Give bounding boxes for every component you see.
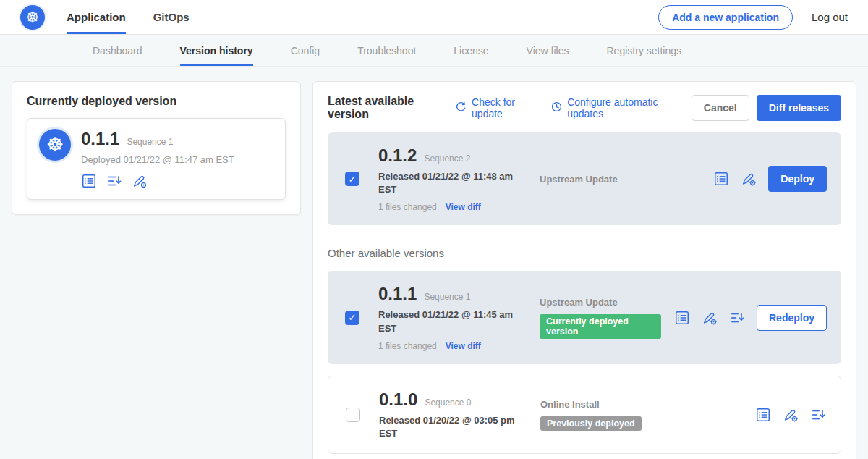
currently-deployed-panel: Currently deployed version ☸ 0.1.1 Seque… (12, 81, 301, 215)
deploy-button[interactable]: Deploy (768, 166, 827, 192)
version-sequence: Sequence 1 (424, 292, 470, 302)
files-changed: 1 files changed (378, 341, 437, 351)
deployed-panel-title: Currently deployed version (27, 95, 286, 108)
edit-config-icon[interactable] (702, 310, 718, 326)
deployed-date: Deployed 01/21/22 @ 11:47 am EST (81, 154, 234, 165)
version-checkbox[interactable] (346, 408, 360, 422)
check-for-update-link[interactable]: Check for update (455, 96, 536, 119)
version-sequence: Sequence 0 (425, 397, 471, 408)
k8s-wheel-glyph: ☸ (26, 9, 40, 26)
deployed-version-sequence: Sequence 1 (127, 137, 173, 147)
subnav-item-config[interactable]: Config (291, 35, 320, 66)
k8s-wheel-glyph: ☸ (46, 133, 64, 156)
version-row-0-1-2: ✓ 0.1.2 Sequence 2 Released 01/21/22 @ 1… (328, 132, 841, 225)
version-checkbox[interactable]: ✓ (345, 311, 359, 325)
tab-application-label: Application (67, 11, 126, 23)
other-versions-title: Other available versions (328, 247, 841, 259)
source-label: Online Install (540, 399, 742, 410)
subnav-item-license[interactable]: License (454, 35, 488, 66)
source-label: Upstream Update (540, 297, 661, 308)
currently-deployed-badge: Currently deployed version (540, 314, 661, 339)
kubernetes-logo-icon: ☸ (20, 5, 45, 30)
header-right: Add a new application Log out (658, 0, 848, 34)
app-icon: ☸ (39, 129, 71, 161)
diff-icon[interactable] (810, 407, 826, 423)
version-number: 0.1.0 (379, 389, 417, 410)
version-info: 0.1.2 Sequence 2 Released 01/21/22 @ 11:… (378, 146, 527, 212)
cancel-button[interactable]: Cancel (692, 95, 749, 121)
diff-icon[interactable] (106, 173, 122, 189)
deployed-version-number: 0.1.1 (81, 129, 119, 149)
latest-panel-title: Latest available version (328, 95, 441, 121)
view-diff-link[interactable]: View diff (446, 202, 481, 212)
release-notes-icon[interactable] (674, 310, 690, 326)
subnav-label: License (454, 45, 488, 56)
latest-header-actions: Cancel Diff releases (692, 95, 841, 121)
subnav-label: Dashboard (93, 45, 142, 56)
released-date: Released 01/21/22 @ 11:45 am EST (378, 308, 527, 334)
version-checkbox[interactable]: ✓ (345, 172, 359, 186)
version-sequence: Sequence 2 (424, 153, 470, 164)
subnav-label: Config (291, 45, 320, 56)
latest-header: Latest available version Check for updat… (328, 95, 841, 121)
version-row-0-1-1: ✓ 0.1.1 Sequence 1 Released 01/21/22 @ 1… (328, 271, 841, 363)
release-notes-icon[interactable] (81, 173, 97, 189)
version-info: 0.1.1 Sequence 1 Released 01/21/22 @ 11:… (378, 284, 527, 350)
edit-config-icon[interactable] (741, 171, 757, 187)
latest-version-panel: Latest available version Check for updat… (312, 81, 856, 459)
subnav-item-dashboard[interactable]: Dashboard (93, 35, 142, 66)
previously-deployed-badge: Previously deployed (540, 416, 642, 431)
edit-config-icon[interactable] (132, 173, 148, 189)
subnav-item-registry-settings[interactable]: Registry settings (606, 35, 681, 66)
tab-gitops[interactable]: GitOps (153, 0, 190, 34)
version-actions (755, 407, 826, 423)
deployed-version-card: ☸ 0.1.1 Sequence 1 Deployed 01/21/22 @ 1… (27, 118, 286, 200)
release-notes-icon[interactable] (755, 407, 771, 423)
view-diff-link[interactable]: View diff (446, 341, 481, 351)
refresh-icon (455, 101, 467, 115)
checkmark-icon: ✓ (349, 174, 357, 185)
configure-updates-label: Configure automatic updates (567, 96, 677, 119)
release-notes-icon[interactable] (713, 171, 729, 187)
tab-application[interactable]: Application (67, 0, 126, 34)
clock-icon (550, 101, 563, 115)
version-number: 0.1.2 (378, 146, 417, 166)
diff-releases-button[interactable]: Diff releases (757, 95, 841, 121)
files-changed: 1 files changed (378, 202, 437, 212)
subnav-label: Troubleshoot (357, 45, 416, 56)
diff-icon[interactable] (729, 310, 745, 326)
released-date: Released 01/21/22 @ 11:48 am EST (378, 170, 527, 196)
version-row-0-1-0: 0.1.0 Sequence 0 Released 01/20/22 @ 03:… (328, 376, 841, 454)
subnav-label: View files (527, 45, 569, 56)
subnav-item-version-history[interactable]: Version history (180, 35, 253, 66)
source-label: Upstream Update (540, 174, 700, 185)
redeploy-button[interactable]: Redeploy (757, 305, 827, 331)
check-for-update-label: Check for update (472, 96, 536, 119)
app-subnav: Dashboard Version history Config Trouble… (0, 35, 868, 67)
version-actions: Redeploy (674, 305, 827, 331)
edit-config-icon[interactable] (783, 407, 799, 423)
configure-updates-link[interactable]: Configure automatic updates (550, 96, 677, 119)
version-source: Online Install Previously deployed (540, 399, 742, 431)
version-source: Upstream Update Currently deployed versi… (540, 297, 661, 339)
subnav-label: Version history (180, 45, 253, 56)
top-header: ☸ Application GitOps Add a new applicati… (0, 0, 868, 35)
version-actions: Deploy (713, 166, 827, 192)
subnav-item-troubleshoot[interactable]: Troubleshoot (357, 35, 416, 66)
logout-link[interactable]: Log out (812, 11, 848, 23)
subnav-item-view-files[interactable]: View files (527, 35, 569, 66)
deployed-version-info: 0.1.1 Sequence 1 Deployed 01/21/22 @ 11:… (81, 129, 234, 189)
version-source: Upstream Update (540, 174, 700, 185)
main-content: Currently deployed version ☸ 0.1.1 Seque… (0, 67, 868, 459)
released-date: Released 01/20/22 @ 03:05 pm EST (379, 414, 527, 440)
subnav-label: Registry settings (606, 45, 681, 56)
tab-gitops-label: GitOps (153, 11, 190, 23)
version-info: 0.1.0 Sequence 0 Released 01/20/22 @ 03:… (379, 389, 527, 440)
version-number: 0.1.1 (378, 284, 417, 304)
checkmark-icon: ✓ (349, 312, 357, 323)
add-application-button[interactable]: Add a new application (658, 5, 793, 30)
